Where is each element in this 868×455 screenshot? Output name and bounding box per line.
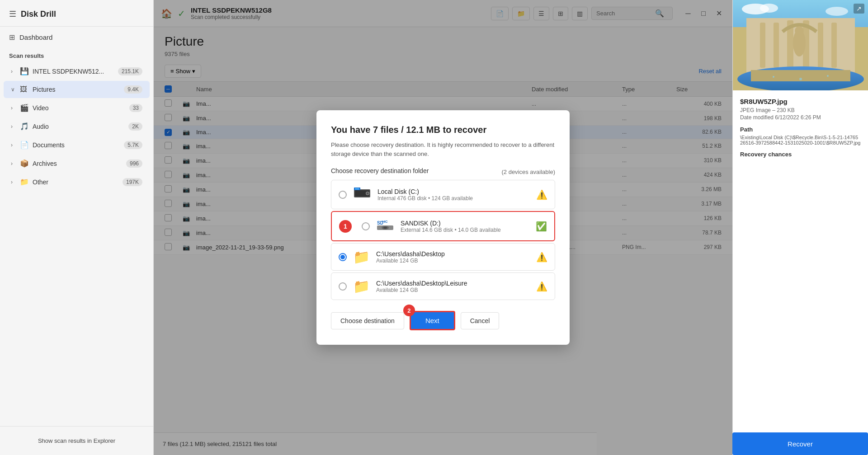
desktop-info: C:\Users\dasha\Desktop Available 124 GB: [376, 250, 530, 264]
destination-list: Local Disk (C:) Internal 476 GB disk • 1…: [331, 180, 555, 300]
sandisk-radio[interactable]: [362, 222, 370, 230]
step1-badge: 1: [339, 220, 352, 233]
file-meta-type-size: JPEG Image – 230 KB: [740, 107, 861, 113]
desktop-radio[interactable]: [339, 253, 347, 261]
scan-results-section: Scan results: [0, 48, 153, 62]
app-title: Disk Drill: [21, 9, 56, 19]
desktop-warning-icon: ⚠️: [536, 252, 547, 263]
sandisk-name: SANDISK (D:): [401, 220, 529, 227]
sidebar-item-intel-badge: 215.1K: [118, 67, 142, 75]
sidebar-item-documents-badge: 5.7K: [124, 141, 142, 149]
desktop-sub: Available 124 GB: [376, 258, 530, 264]
archives-icon: 📦: [20, 159, 33, 168]
chevron-right-icon6: ›: [11, 179, 20, 185]
destination-sandisk-d[interactable]: 1 SD HC SANDISK (D:) External 14.: [331, 211, 555, 241]
svg-point-26: [827, 75, 829, 77]
path-label: Path: [740, 126, 861, 133]
preview-image: ↗: [733, 0, 868, 90]
svg-rect-3: [355, 188, 359, 190]
chevron-right-icon2: ›: [11, 105, 20, 111]
sidebar: ☰ Disk Drill ⊞ Dashboard Scan results › …: [0, 0, 154, 455]
chevron-right-icon5: ›: [11, 160, 20, 167]
sidebar-item-intel[interactable]: › 💾 INTEL SSDPEKNW512... 215.1K: [4, 62, 150, 80]
sidebar-item-archives[interactable]: › 📦 Archives 996: [4, 155, 150, 172]
choose-destination-button[interactable]: Choose destination: [331, 312, 404, 329]
sidebar-item-pictures-badge: 9.4K: [124, 85, 142, 94]
sandisk-sub: External 14.6 GB disk • 14.0 GB availabl…: [401, 227, 529, 233]
file-meta-date: Date modified 6/12/2022 6:26 PM: [740, 114, 861, 121]
destination-leisure[interactable]: 📁 C:\Users\dasha\Desktop\Leisure Availab…: [331, 272, 555, 300]
sidebar-item-dashboard[interactable]: ⊞ Dashboard: [0, 27, 153, 48]
dashboard-label: Dashboard: [19, 33, 52, 41]
svg-point-5: [367, 192, 369, 195]
local-c-info: Local Disk (C:) Internal 476 GB disk • 1…: [377, 188, 530, 202]
sidebar-item-documents[interactable]: › 📄 Documents 5.7K: [4, 136, 150, 154]
sidebar-item-pictures[interactable]: ∨ 🖼 Pictures 9.4K: [4, 81, 150, 98]
audio-icon: 🎵: [20, 122, 33, 131]
recovery-chances-label: Recovery chances: [740, 151, 861, 158]
sidebar-item-audio[interactable]: › 🎵 Audio 2K: [4, 117, 150, 135]
local-c-radio[interactable]: [339, 191, 347, 199]
next-button-wrapper: 2 Next: [410, 311, 455, 330]
sidebar-item-archives-badge: 996: [126, 159, 142, 168]
modal-description: Please choose recovery destination. It i…: [331, 141, 555, 158]
sandisk-info: SANDISK (D:) External 14.6 GB disk • 14.…: [401, 220, 529, 233]
svg-text:HC: HC: [382, 220, 388, 224]
next-button[interactable]: Next: [410, 311, 455, 330]
devices-available: (2 devices available): [501, 169, 555, 175]
documents-icon: 📄: [20, 141, 33, 149]
sidebar-item-pictures-label: Pictures: [33, 86, 124, 93]
chevron-right-icon: ›: [11, 68, 20, 75]
sidebar-item-audio-badge: 2K: [128, 122, 142, 131]
svg-point-28: [760, 4, 778, 13]
svg-rect-14: [760, 23, 765, 68]
grid-icon: ⊞: [9, 33, 15, 42]
modal-section-title: Choose recovery destination folder: [331, 167, 429, 174]
svg-point-29: [826, 7, 848, 16]
sidebar-item-audio-label: Audio: [33, 123, 128, 130]
svg-point-24: [773, 76, 774, 78]
chevron-right-icon4: ›: [11, 142, 20, 148]
modal-footer: Choose destination 2 Next Cancel: [331, 311, 555, 330]
local-c-name: Local Disk (C:): [377, 188, 530, 195]
step2-badge: 2: [403, 305, 415, 316]
sidebar-footer: Show scan results in Explorer: [0, 426, 153, 455]
selected-file-name: $R8UW5ZP.jpg: [740, 98, 861, 105]
leisure-radio[interactable]: [339, 282, 347, 291]
leisure-info: C:\Users\dasha\Desktop\Leisure Available…: [376, 280, 530, 293]
sidebar-item-archives-label: Archives: [33, 160, 126, 167]
chevron-right-icon3: ›: [11, 123, 20, 130]
cancel-button[interactable]: Cancel: [461, 312, 500, 329]
leisure-warning-icon: ⚠️: [536, 281, 547, 292]
svg-point-21: [795, 26, 804, 35]
local-disk-icon: [353, 186, 371, 203]
folder-icon: 📁: [353, 249, 370, 265]
desktop-name: C:\Users\dasha\Desktop: [376, 250, 530, 258]
folder-icon2: 📁: [353, 278, 370, 294]
external-link-icon[interactable]: ↗: [854, 4, 864, 14]
video-icon: 🎬: [20, 103, 33, 112]
svg-rect-15: [774, 23, 779, 68]
destination-desktop[interactable]: 📁 C:\Users\dasha\Desktop Available 124 G…: [331, 243, 555, 271]
hamburger-icon[interactable]: ☰: [9, 9, 16, 19]
main-content: 🏠 ✓ INTEL SSDPEKNW512G8 Scan completed s…: [154, 0, 732, 455]
sidebar-item-video[interactable]: › 🎬 Video 33: [4, 99, 150, 117]
chevron-down-icon: ∨: [11, 86, 20, 93]
file-info: $R8UW5ZP.jpg JPEG Image – 230 KB Date mo…: [733, 90, 868, 165]
sidebar-item-other-label: Other: [33, 178, 123, 186]
svg-rect-19: [831, 23, 837, 68]
sidebar-item-video-badge: 33: [129, 104, 142, 112]
recovery-modal: You have 7 files / 12.1 MB to recover Pl…: [316, 110, 570, 345]
other-icon: 📁: [20, 178, 33, 186]
destination-local-c[interactable]: Local Disk (C:) Internal 476 GB disk • 1…: [331, 180, 555, 209]
recover-button[interactable]: Recover: [732, 432, 868, 455]
svg-point-25: [799, 78, 802, 80]
sandisk-icon: SD HC: [376, 217, 394, 235]
show-scan-button[interactable]: Show scan results in Explorer: [7, 433, 146, 449]
local-c-warning-icon: ⚠️: [536, 189, 547, 200]
leisure-sub: Available 124 GB: [376, 287, 530, 293]
local-c-sub: Internal 476 GB disk • 124 GB available: [377, 195, 530, 202]
sidebar-item-other[interactable]: › 📁 Other 197K: [4, 173, 150, 191]
drive-icon: 💾: [20, 67, 33, 75]
svg-rect-18: [818, 23, 823, 68]
